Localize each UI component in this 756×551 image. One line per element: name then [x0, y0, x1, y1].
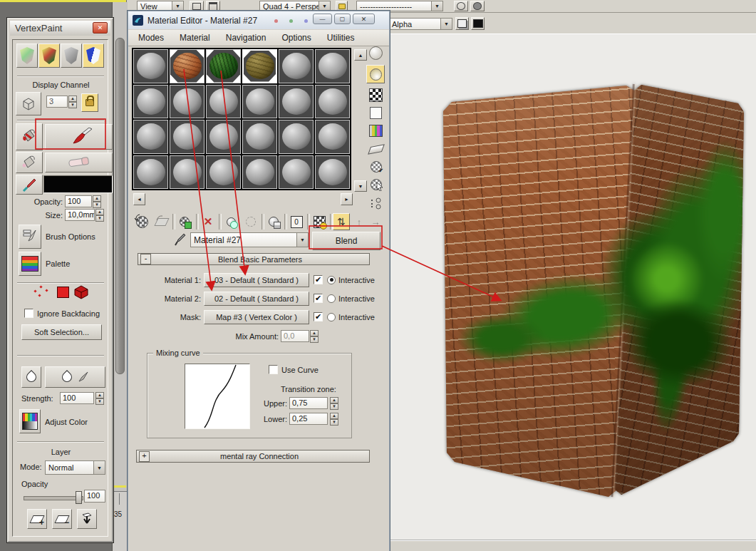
channel-spinner[interactable]: ▲▼ [68, 96, 77, 108]
opacity-field[interactable]: 100 [65, 195, 92, 207]
material-slot-gray[interactable] [279, 120, 314, 154]
material-slot-gray[interactable] [133, 49, 168, 83]
vertex-color-shading-toggle-button[interactable] [83, 43, 104, 68]
sample-uv-tiling-button[interactable] [367, 105, 385, 121]
menu-options[interactable]: Options [281, 33, 311, 43]
brick-box-object[interactable] [390, 34, 756, 540]
minimize-button[interactable]: — [313, 14, 332, 24]
palette-button[interactable] [19, 252, 41, 276]
material-slot-gray[interactable] [279, 155, 314, 190]
options-button[interactable]: ✔ [367, 158, 385, 175]
material-slot-gray[interactable] [279, 49, 314, 83]
pick-color-button[interactable] [16, 175, 43, 195]
select-by-material-button[interactable] [367, 176, 385, 193]
brush-options-button[interactable] [19, 225, 41, 249]
material-map-navigator-button[interactable] [367, 195, 385, 213]
disable-vertex-color-display-button[interactable] [61, 43, 82, 68]
material-slot-gray[interactable] [133, 155, 168, 190]
backlight-button[interactable] [366, 65, 385, 83]
material-editor-titlebar[interactable]: Material Editor - Material #27 — ▢ ✕ [128, 11, 389, 29]
lower-field[interactable]: 0,25 [289, 413, 328, 425]
layer-opacity-slider-handle[interactable] [76, 491, 82, 504]
mix-amount-spinner[interactable]: ▲▼ [310, 330, 319, 342]
screen-mode-button[interactable] [471, 17, 485, 30]
show-end-result-button[interactable]: ⇅ [333, 213, 350, 230]
expand-icon[interactable]: + [139, 451, 150, 462]
layer-mode-dropdown[interactable]: Normal▼ [45, 460, 105, 475]
background-button[interactable] [367, 86, 385, 104]
material-type-button[interactable]: Blend [312, 232, 380, 250]
put-to-library-button[interactable] [265, 213, 282, 230]
paint-all-button[interactable] [16, 123, 43, 150]
layer-opacity-field[interactable]: 100 [84, 490, 105, 503]
material2-enable-checkbox[interactable]: ✔ [314, 294, 323, 303]
assign-material-to-selection-button[interactable] [176, 213, 193, 230]
slots-scroll-down[interactable]: ▼ [354, 180, 367, 192]
material-slot-gray[interactable] [170, 155, 204, 190]
blend-basic-parameters-rollout[interactable]: - Blend Basic Parameters [138, 253, 370, 265]
material-slot-gray[interactable] [315, 49, 350, 83]
mask-button[interactable]: Map #3 ( Vertex Color ) [204, 310, 309, 324]
material-slot-gray[interactable] [206, 155, 241, 190]
material-slot-brick[interactable] [170, 49, 204, 83]
make-preview-button[interactable] [367, 140, 385, 158]
blur-all-button[interactable] [21, 366, 41, 388]
menu-navigation[interactable]: Navigation [226, 33, 266, 43]
layer-opacity-slider-track[interactable] [24, 496, 83, 500]
toolbar-extra-button-1[interactable] [454, 1, 468, 11]
menu-material[interactable]: Material [180, 33, 210, 43]
condense-layers-button[interactable] [77, 509, 97, 529]
adjust-color-button[interactable] [19, 409, 41, 433]
slots-scroll-left[interactable]: ◄ [133, 193, 145, 205]
material-slot-gray[interactable] [133, 85, 168, 119]
material1-button[interactable]: 03 - Default ( Standard ) [204, 273, 309, 287]
make-unique-button[interactable] [242, 213, 259, 230]
material-slot-moss[interactable] [206, 49, 241, 83]
make-material-copy-button[interactable] [222, 213, 239, 230]
show-map-in-viewport-button[interactable] [311, 213, 328, 230]
go-to-parent-button[interactable]: ↑ [351, 213, 367, 230]
perspective-viewport[interactable] [388, 34, 756, 540]
erase-all-button[interactable] [16, 152, 43, 173]
material-slot-gray[interactable] [206, 120, 241, 154]
close-button[interactable]: ✕ [353, 14, 375, 24]
material2-interactive-radio[interactable] [327, 294, 336, 303]
menu-utilities[interactable]: Utilities [327, 33, 355, 43]
material-slot-gray[interactable] [242, 155, 277, 190]
menu-modes[interactable]: Modes [138, 33, 164, 43]
lock-channel-button[interactable] [81, 93, 98, 112]
opacity-spinner[interactable]: ▲▼ [93, 195, 101, 207]
lower-spinner[interactable]: ▲▼ [330, 413, 338, 425]
put-material-to-scene-button[interactable] [153, 213, 170, 230]
pick-material-from-object-button[interactable] [173, 232, 187, 247]
face-selection-icon[interactable] [57, 287, 69, 298]
panel-scrollbar[interactable] [115, 38, 125, 374]
material-slot-gray[interactable] [279, 85, 314, 119]
soft-selection-button[interactable]: Soft Selection... [21, 324, 102, 340]
channel-display-dropdown[interactable]: Alpha▼ [388, 18, 452, 30]
sample-type-button[interactable] [367, 44, 385, 62]
material-slot-gray[interactable] [315, 155, 350, 190]
close-icon[interactable]: ✕ [93, 22, 108, 34]
toolbar-extra-button-2[interactable] [470, 1, 485, 11]
get-material-button[interactable] [133, 213, 150, 230]
window-mode-button[interactable] [455, 17, 469, 30]
material-id-channel-button[interactable]: 0 [288, 213, 305, 230]
element-selection-icon[interactable] [73, 284, 90, 299]
material-slot-gray[interactable] [315, 85, 350, 119]
paint-brush-button[interactable] [45, 124, 113, 150]
material-slot-gray[interactable] [242, 120, 277, 154]
delete-layer-button[interactable]: − [52, 509, 72, 529]
strength-spinner[interactable]: ▲▼ [95, 392, 104, 404]
erase-brush-button[interactable] [45, 153, 113, 172]
material-slot-gray[interactable] [206, 85, 241, 119]
strength-field[interactable]: 100 [60, 392, 94, 404]
material-slot-gray[interactable] [242, 85, 277, 119]
material2-button[interactable]: 02 - Default ( Standard ) [204, 292, 309, 306]
size-spinner[interactable]: ▲▼ [95, 209, 104, 221]
material1-enable-checkbox[interactable]: ✔ [314, 275, 323, 284]
slots-scroll-up[interactable]: ▲ [354, 49, 367, 61]
slots-scroll-right[interactable]: ► [341, 193, 353, 205]
material-slot-gray[interactable] [315, 120, 350, 154]
material-name-dropdown[interactable]: Material #27▼ [190, 232, 309, 247]
